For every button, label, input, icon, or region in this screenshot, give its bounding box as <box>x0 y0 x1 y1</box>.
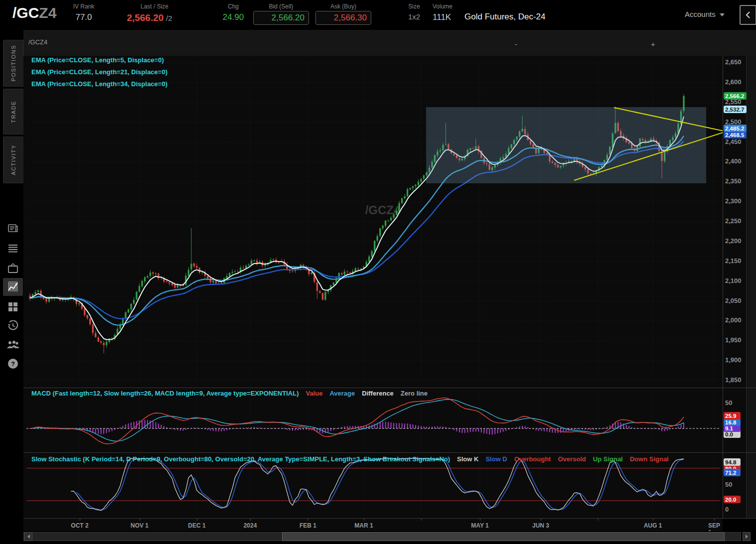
chevron-left-icon <box>745 11 751 18</box>
chart-watermark: /GCZ4 <box>365 203 401 217</box>
legend-item: Up Signal <box>593 455 623 464</box>
size-value: 1x2 <box>396 12 432 21</box>
help-icon[interactable]: ? <box>3 355 23 373</box>
accounts-menu[interactable]: Accounts <box>685 10 725 18</box>
legend-item: Difference <box>362 390 394 399</box>
legend-item: Average <box>329 390 355 399</box>
trade-tab-label: TRADE <box>10 101 16 123</box>
ema21-label[interactable]: EMA (Price=CLOSE, Length=21, Displace=0) <box>31 68 167 76</box>
time-axis[interactable]: OCT 2NOV 1DEC 12024FEB 1MAR 1MAY 1JUN 3A… <box>23 518 723 531</box>
panel-separator <box>23 518 756 519</box>
ask-button[interactable]: 2,566.30 <box>315 11 371 25</box>
price-bubble: 2,485.2 <box>724 125 747 132</box>
stochastic-value-bubble: 20.0 <box>724 496 741 503</box>
trading-platform-window: /GCZ4 IV Rank 77.0 Last / Size 2,566.20 … <box>0 0 756 544</box>
last-size: /2 <box>166 14 172 22</box>
panel-separator[interactable] <box>23 452 756 453</box>
volume-label: Volume <box>433 3 463 10</box>
time-label: 2024 <box>244 522 257 529</box>
price-tick: 2,350 <box>725 177 742 185</box>
sidebar-tab-activity[interactable]: ACTIVITY <box>3 136 24 183</box>
news-icon[interactable] <box>3 219 23 237</box>
legend-item: Oversold <box>558 455 586 464</box>
volume-value: 111K <box>433 12 463 22</box>
activity-tab-label: ACTIVITY <box>10 144 16 175</box>
price-tick: 2,600 <box>725 78 742 86</box>
price-tick: 2,300 <box>725 197 742 205</box>
price-tick: 2,400 <box>725 157 742 165</box>
zoom-out-label[interactable]: - <box>515 40 517 48</box>
svg-text:?: ? <box>11 360 15 368</box>
stochastic-legend-items: Slow KSlow DOverboughtOversoldUp SignalD… <box>457 455 669 464</box>
users-icon[interactable] <box>3 336 23 354</box>
bid-value: 2,566.20 <box>272 13 304 23</box>
macd-study-label[interactable]: MACD (Fast length=12, Slow length=26, MA… <box>31 390 299 399</box>
main-chart[interactable]: /GCZ4 <box>23 56 723 518</box>
zoom-in-label[interactable]: + <box>651 40 655 48</box>
macd-axis-tick: 50 <box>725 399 732 407</box>
scroll-left-button[interactable] <box>24 532 32 541</box>
sidebar-tab-trade[interactable]: TRADE <box>3 89 24 135</box>
sidebar-tab-positions[interactable]: POSITIONS <box>3 40 24 87</box>
stochastic-axis-tick-0: 0 <box>725 506 729 513</box>
panel-separator[interactable] <box>23 388 756 388</box>
list-icon[interactable] <box>3 239 23 257</box>
legend-item: Overbought <box>514 455 551 464</box>
time-label: AUG 1 <box>644 522 662 529</box>
stochastic-value-bubble: 94.8 <box>724 458 741 466</box>
symbol-title: /GCZ4 <box>12 4 56 21</box>
grid-icon[interactable] <box>3 298 23 316</box>
time-label: FEB 1 <box>300 522 316 529</box>
time-label: MAY 1 <box>471 522 488 529</box>
macd-legend-items: ValueAverageDifferenceZero line <box>305 390 428 399</box>
right-edge-strip <box>746 56 756 518</box>
time-label: JUN 3 <box>532 522 549 529</box>
last-size-label: Last / Size <box>120 3 189 10</box>
scroll-right-button[interactable] <box>743 532 751 541</box>
price-tick: 2,150 <box>725 257 742 265</box>
legend-item: Value <box>305 390 322 399</box>
symbol-month: Z4 <box>39 4 56 21</box>
macd-value-bubble: 16.8 <box>724 418 741 426</box>
left-sidebar: POSITIONS TRADE ACTIVITY ? <box>0 30 23 544</box>
legend-item: Down Signal <box>630 455 669 464</box>
price-axis[interactable]: 50 50 0 2,6502,6002,5502,5002,4502,4002,… <box>723 56 746 518</box>
chevron-down-icon <box>720 13 725 16</box>
stochastic-study-label[interactable]: Slow Stochastic (K Period=14, D Period=9… <box>31 455 450 464</box>
legend-item: Zero line <box>401 390 428 399</box>
iv-rank-value: 77.0 <box>64 12 104 22</box>
history-icon[interactable] <box>3 317 23 335</box>
header: /GCZ4 IV Rank 77.0 Last / Size 2,566.20 … <box>0 0 756 30</box>
price-tick: 1,850 <box>725 376 742 384</box>
price-tick: 2,450 <box>725 138 742 145</box>
collapse-panel-button[interactable] <box>740 5 756 25</box>
time-label: MAR 1 <box>354 522 373 529</box>
ema5-label[interactable]: EMA (Price=CLOSE, Length=5, Displace=0) <box>31 56 167 64</box>
accounts-label: Accounts <box>685 10 716 18</box>
scrollbar-thumb[interactable] <box>282 532 725 541</box>
stochastic-legend-row: Slow Stochastic (K Period=14, D Period=9… <box>31 455 720 464</box>
bid-button[interactable]: 2,566.20 <box>253 11 309 25</box>
stochastic-axis-tick-50: 50 <box>725 481 732 488</box>
price-tick: 1,900 <box>725 356 742 364</box>
price-tick: 2,650 <box>725 58 742 66</box>
price-tick: 2,000 <box>725 316 742 324</box>
macd-legend-row: MACD (Fast length=12, Slow length=26, MA… <box>31 390 720 399</box>
triangle-left-icon <box>27 535 30 539</box>
ask-value: 2,566.30 <box>334 13 367 23</box>
ema-study-labels: EMA (Price=CLOSE, Length=5, Displace=0) … <box>31 56 167 98</box>
bid-label: Bid (Sell) <box>253 3 309 10</box>
price-bubble: 2,468.5 <box>724 131 747 138</box>
chart-icon[interactable] <box>3 278 23 296</box>
size-label: Size <box>396 3 432 10</box>
time-label: NOV 1 <box>131 522 149 529</box>
price-tick: 2,050 <box>725 297 742 304</box>
triangle-right-icon <box>746 535 748 539</box>
legend-item: Slow K <box>457 455 478 464</box>
ema34-label[interactable]: EMA (Price=CLOSE, Length=34, Displace=0) <box>31 80 167 88</box>
price-tick: 2,250 <box>725 217 742 225</box>
tv-icon[interactable] <box>3 259 23 277</box>
iv-rank-label: IV Rank <box>64 3 104 10</box>
price-bubble: 2,532.7 <box>724 106 747 113</box>
chg-value: 24.90 <box>213 12 253 22</box>
